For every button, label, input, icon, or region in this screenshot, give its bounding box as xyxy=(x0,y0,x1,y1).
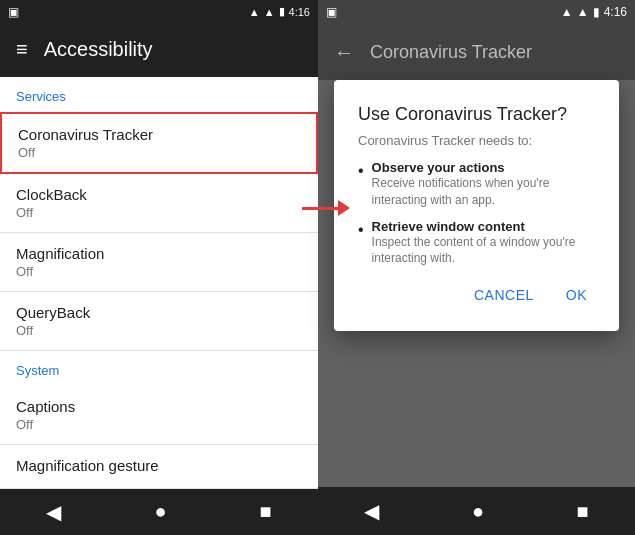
magnification-gesture-title: Magnification gesture xyxy=(16,457,302,474)
left-time: 4:16 xyxy=(289,6,310,18)
red-arrow xyxy=(302,200,350,216)
left-recent-icon[interactable]: ■ xyxy=(259,500,271,523)
captions-item[interactable]: Captions Off xyxy=(0,386,318,445)
right-wifi-icon: ▲ xyxy=(577,5,589,19)
left-panel: ▣ ▲ ▲ ▮ 4:16 ≡ Accessibility Services Co… xyxy=(0,0,318,535)
right-time: 4:16 xyxy=(604,5,627,19)
arrow-line xyxy=(302,207,338,210)
right-back-icon[interactable]: ← xyxy=(334,41,354,64)
right-nav-home-icon[interactable]: ● xyxy=(472,500,484,523)
coronavirus-tracker-title: Coronavirus Tracker xyxy=(18,126,300,143)
right-status-left: ▣ xyxy=(326,5,337,19)
bullet-observe-content: Observe your actions Receive notificatio… xyxy=(372,160,595,209)
battery-icon: ▮ xyxy=(279,5,285,18)
hamburger-icon[interactable]: ≡ xyxy=(16,38,28,61)
services-header: Services xyxy=(0,77,318,112)
cancel-button[interactable]: CANCEL xyxy=(466,283,542,307)
status-bar-left: ▣ xyxy=(8,5,19,19)
queryback-title: QueryBack xyxy=(16,304,302,321)
right-signal-icon: ▲ xyxy=(561,5,573,19)
bullet-observe-desc: Receive notifications when you're intera… xyxy=(372,175,595,209)
right-panel: ▣ ▲ ▲ ▮ 4:16 ← Coronavirus Tracker Off N… xyxy=(318,0,635,535)
clockback-subtitle: Off xyxy=(16,205,302,220)
dialog-subtitle: Coronavirus Tracker needs to: xyxy=(358,133,595,148)
right-status-bar: ▣ ▲ ▲ ▮ 4:16 xyxy=(318,0,635,24)
captions-title: Captions xyxy=(16,398,302,415)
system-header: System xyxy=(0,351,318,386)
magnification-item[interactable]: Magnification Off xyxy=(0,233,318,292)
queryback-item[interactable]: QueryBack Off xyxy=(0,292,318,351)
bullet-retrieve-title: Retrieve window content xyxy=(372,219,595,234)
left-back-icon[interactable]: ◀ xyxy=(46,500,61,524)
magnification-title: Magnification xyxy=(16,245,302,262)
status-bar-right: ▲ ▲ ▮ 4:16 xyxy=(249,5,310,18)
wifi-icon: ▲ xyxy=(264,6,275,18)
right-battery-icon: ▮ xyxy=(593,5,600,19)
right-nav-back-icon[interactable]: ◀ xyxy=(364,499,379,523)
left-toolbar: ≡ Accessibility xyxy=(0,23,318,77)
bullet-retrieve-desc: Inspect the content of a window you're i… xyxy=(372,234,595,268)
left-nav-bar: ◀ ● ■ xyxy=(0,489,318,535)
dialog-title: Use Coronavirus Tracker? xyxy=(358,104,595,125)
left-home-icon[interactable]: ● xyxy=(154,500,166,523)
right-toolbar-title: Coronavirus Tracker xyxy=(370,42,532,63)
ok-button[interactable]: OK xyxy=(558,283,595,307)
arrow-head xyxy=(338,200,350,216)
bullet-dot-2: • xyxy=(358,220,364,239)
right-status-right: ▲ ▲ ▮ 4:16 xyxy=(561,5,627,19)
clockback-title: ClockBack xyxy=(16,186,302,203)
right-toolbar: ← Coronavirus Tracker xyxy=(318,24,635,80)
sim-icon: ▣ xyxy=(8,5,19,19)
right-sim-icon: ▣ xyxy=(326,5,337,19)
clockback-item[interactable]: ClockBack Off xyxy=(0,174,318,233)
left-status-bar: ▣ ▲ ▲ ▮ 4:16 xyxy=(0,0,318,23)
queryback-subtitle: Off xyxy=(16,323,302,338)
right-nav-bar: ◀ ● ■ xyxy=(318,487,635,535)
bullet-retrieve: • Retrieve window content Inspect the co… xyxy=(358,219,595,268)
bullet-observe-title: Observe your actions xyxy=(372,160,595,175)
left-toolbar-title: Accessibility xyxy=(44,38,153,61)
coronavirus-tracker-item[interactable]: Coronavirus Tracker Off xyxy=(0,112,318,174)
bullet-dot-1: • xyxy=(358,161,364,180)
coronavirus-tracker-subtitle: Off xyxy=(18,145,300,160)
signal-icon: ▲ xyxy=(249,6,260,18)
magnification-gesture-item[interactable]: Magnification gesture xyxy=(0,445,318,489)
dialog-actions: CANCEL OK xyxy=(358,283,595,307)
captions-subtitle: Off xyxy=(16,417,302,432)
bullet-observe: • Observe your actions Receive notificat… xyxy=(358,160,595,209)
permission-dialog: Use Coronavirus Tracker? Coronavirus Tra… xyxy=(334,80,619,331)
magnification-subtitle: Off xyxy=(16,264,302,279)
bullet-retrieve-content: Retrieve window content Inspect the cont… xyxy=(372,219,595,268)
right-nav-recent-icon[interactable]: ■ xyxy=(577,500,589,523)
